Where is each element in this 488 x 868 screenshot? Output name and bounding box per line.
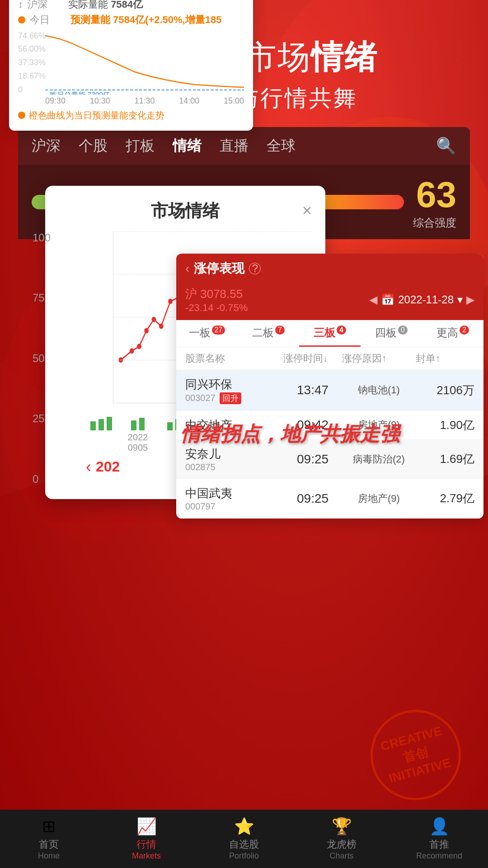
stock-reason-1: 钠电池(1) xyxy=(342,383,416,397)
date-dropdown[interactable]: ▾ xyxy=(457,293,463,306)
stock-reason-4: 房地产(9) xyxy=(342,492,416,505)
tab-sanban-badge: 4 xyxy=(337,326,346,335)
stock-code-3: 002875 xyxy=(185,462,283,472)
col-time: 涨停时间↓ xyxy=(283,352,342,365)
stock-amount-1: 2106万 xyxy=(416,382,474,398)
date-next[interactable]: ▶ xyxy=(466,293,474,306)
tab-siban[interactable]: 四板0 xyxy=(361,320,422,347)
svg-rect-36 xyxy=(167,422,173,430)
stock-row[interactable]: 同兴环保 003027 回升 13:47 钠电池(1) 2106万 xyxy=(176,370,483,411)
calendar-icon: 📅 xyxy=(381,293,394,306)
vol-footer: 橙色曲线为当日预测量能变化走势 xyxy=(18,109,244,122)
nav-home-label: 首页 xyxy=(39,838,59,851)
nav-charts-label: 龙虎榜 xyxy=(327,838,357,851)
nav-recommend-label: 首推 xyxy=(429,838,449,851)
stock-tag-1: 回升 xyxy=(220,392,241,404)
svg-point-9 xyxy=(159,323,164,329)
nav-portfolio[interactable]: ⭐ 自选股 Portfolio xyxy=(195,810,293,868)
tab-genggao[interactable]: 更高2 xyxy=(422,320,483,347)
stock-name-1: 同兴环保 xyxy=(185,377,283,392)
vol-chart-svg: 昨日总量能 7399亿 xyxy=(45,31,244,94)
svg-rect-34 xyxy=(131,420,136,430)
nav-zhibo[interactable]: 直播 xyxy=(220,136,249,156)
stamp: CREATIVE首创INITIATIVE xyxy=(371,710,461,800)
home-icon: ⊞ xyxy=(42,817,56,836)
markets-icon: 📈 xyxy=(136,817,157,836)
vol-stats: ↕ 沪深 实际量能 7584亿 今日 预测量能 7584亿(+2.50%,增量1… xyxy=(18,0,244,27)
vol-row-2: 今日 预测量能 7584亿(+2.50%,增量185 xyxy=(18,13,244,27)
nav-bar: 沪深 个股 打板 情绪 直播 全球 🔍 xyxy=(18,127,470,165)
tab-erban-badge: 7 xyxy=(275,326,285,335)
svg-text:昨日总量能 7399亿: 昨日总量能 7399亿 xyxy=(50,91,110,94)
date-value: 2022-11-28 xyxy=(398,293,454,306)
nav-portfolio-label: 自选股 xyxy=(229,838,259,851)
volume-panel: 市场量能 11-28 ↕ 沪深 实际量能 7584亿 今日 预测量能 7584亿… xyxy=(9,0,253,131)
tab-erban[interactable]: 二板7 xyxy=(238,320,299,347)
footer-text: 橙色曲线为当日预测量能变化走势 xyxy=(29,109,164,122)
svg-rect-33 xyxy=(107,417,112,430)
col-amount: 封单↑ xyxy=(416,352,474,365)
app-screenshot: 沪深 个股 打板 情绪 直播 全球 🔍 63 综合强度 市场情绪 × 100 7… xyxy=(18,127,470,239)
tab-siban-badge: 0 xyxy=(398,326,408,335)
nav-markets-label: 行情 xyxy=(136,838,156,851)
date-prev[interactable]: ◀ xyxy=(369,293,377,306)
nav-markets[interactable]: 📈 行情 Markets xyxy=(98,810,195,868)
chart-prev-button[interactable]: ‹ xyxy=(86,458,91,476)
vol-row-1: ↕ 沪深 实际量能 7584亿 xyxy=(18,0,244,11)
stock-code-1: 003027 回升 xyxy=(185,392,283,404)
tab-yiban[interactable]: 一板27 xyxy=(176,320,238,347)
svg-point-6 xyxy=(137,344,141,349)
info-icon[interactable]: ? xyxy=(249,263,261,274)
stocks-panel-header: ‹ 涨停表现 ? xyxy=(176,254,483,283)
stock-amount-3: 1.69亿 xyxy=(416,451,474,467)
nav-charts-label-en: Charts xyxy=(329,851,353,861)
stock-row[interactable]: 中国武夷 000797 09:25 房地产(9) 2.79亿 xyxy=(176,479,483,519)
modal-header: 市场情绪 × xyxy=(59,199,312,222)
stock-time-1: 13:47 xyxy=(283,383,342,397)
stamp-circle: CREATIVE首创INITIATIVE xyxy=(361,700,471,811)
index-change: -23.14 -0.75% xyxy=(185,302,248,314)
chart-year: 202 xyxy=(96,458,120,475)
svg-rect-31 xyxy=(90,421,96,430)
date-selector: ◀ 📅 2022-11-28 ▾ ▶ xyxy=(369,293,474,306)
nav-charts[interactable]: 🏆 龙虎榜 Charts xyxy=(293,810,390,868)
nav-quanqiu[interactable]: 全球 xyxy=(267,136,296,156)
nav-recommend[interactable]: 👤 首推 Recommend xyxy=(390,810,488,868)
col-name: 股票名称 xyxy=(185,352,283,365)
stock-name-4: 中国武夷 xyxy=(185,486,283,501)
bottom-nav: ⊞ 首页 Home 📈 行情 Markets ⭐ 自选股 Portfolio 🏆… xyxy=(0,810,488,868)
index-row: 沪 3078.55 -23.14 -0.75% ◀ 📅 2022-11-28 ▾… xyxy=(176,283,483,320)
vol-x-axis: 09:30 10:30 11:30 14:00 15:00 xyxy=(45,96,244,106)
nav-hushen[interactable]: 沪深 xyxy=(32,136,61,156)
search-icon[interactable]: 🔍 xyxy=(436,137,456,156)
index-value: 沪 3078.55 xyxy=(185,286,248,302)
score-number: 63 xyxy=(413,174,456,216)
svg-point-5 xyxy=(130,348,134,354)
nav-home[interactable]: ⊞ 首页 Home xyxy=(0,810,98,868)
tab-yiban-badge: 27 xyxy=(212,326,225,335)
svg-rect-35 xyxy=(139,418,145,430)
tab-sanban[interactable]: 三板4 xyxy=(299,320,361,347)
nav-qingxu[interactable]: 情绪 xyxy=(173,136,202,156)
recommend-icon: 👤 xyxy=(429,817,450,836)
panel-back-button[interactable]: ‹ xyxy=(185,261,189,276)
stamp-text: CREATIVE首创INITIATIVE xyxy=(379,723,453,787)
stock-time-3: 09:25 xyxy=(283,452,342,467)
col-reason: 涨停原因↑ xyxy=(342,352,416,365)
chart-y-labels: 100 75 50 25 0 xyxy=(33,231,51,486)
table-header: 股票名称 涨停时间↓ 涨停原因↑ 封单↑ xyxy=(176,347,483,370)
gridline-100 xyxy=(113,231,312,232)
overlay-text-area: 情绪拐点，地产共振走强 xyxy=(181,421,399,448)
modal-close-button[interactable]: × xyxy=(302,201,312,220)
stock-name-3: 安奈儿 xyxy=(185,446,283,462)
portfolio-icon: ⭐ xyxy=(234,817,254,836)
nav-gegu[interactable]: 个股 xyxy=(79,136,108,156)
charts-icon: 🏆 xyxy=(332,817,352,836)
stock-code-4: 000797 xyxy=(185,501,283,512)
stock-amount-2: 1.90亿 xyxy=(416,417,474,433)
vol-mini-chart: 0 18.67% 37.33% 56.00% 74.66% 昨日总量能 7399… xyxy=(18,31,244,94)
stock-amount-4: 2.79亿 xyxy=(416,491,474,506)
nav-markets-label-en: Markets xyxy=(132,851,161,861)
vol-chart-area: 昨日总量能 7399亿 xyxy=(45,31,244,94)
nav-daban[interactable]: 打板 xyxy=(126,136,155,156)
